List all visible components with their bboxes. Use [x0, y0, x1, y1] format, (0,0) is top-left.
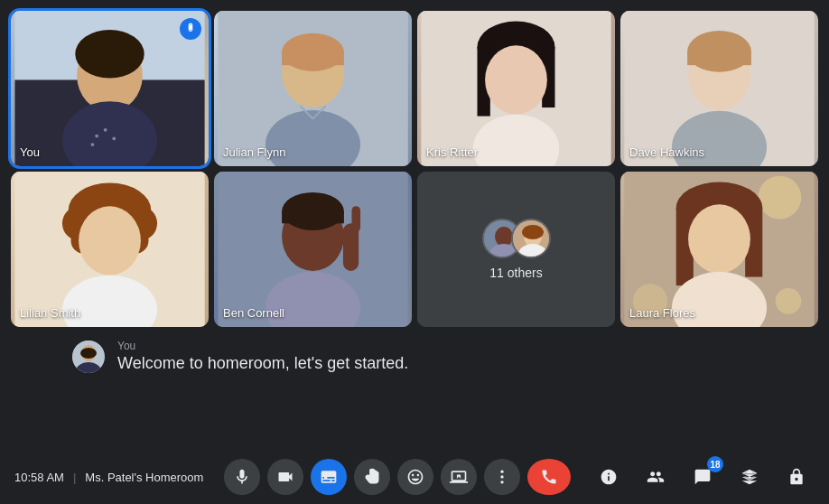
tile-kris[interactable]: Kris Ritter: [417, 11, 615, 166]
svg-point-69: [500, 475, 503, 478]
tile-julian[interactable]: Julian Flynn: [214, 11, 412, 166]
svg-point-68: [500, 471, 503, 473]
svg-point-6: [95, 135, 98, 138]
mute-indicator-you: [180, 18, 201, 40]
svg-point-9: [90, 143, 94, 146]
svg-point-48: [495, 227, 513, 247]
tile-ben[interactable]: Ben Cornell: [214, 172, 412, 327]
svg-rect-10: [190, 24, 191, 30]
bottom-bar: 10:58 AM | Ms. Patel's Homeroom: [0, 450, 829, 504]
chat-button[interactable]: 18: [685, 459, 721, 495]
mic-button[interactable]: [224, 459, 260, 495]
svg-point-7: [104, 128, 107, 132]
svg-rect-43: [282, 211, 344, 223]
chat-badge: 18: [707, 456, 723, 472]
tile-label-you: You: [20, 145, 40, 159]
captions-button[interactable]: [311, 459, 347, 495]
others-avatar-2: [511, 219, 551, 258]
message-avatar: [72, 341, 105, 373]
svg-point-56: [759, 176, 802, 219]
others-avatars: [482, 219, 551, 258]
participants-button[interactable]: [638, 459, 674, 495]
tile-label-lilian: Lilian Smith: [20, 306, 80, 320]
svg-point-66: [80, 348, 97, 359]
message-area: You Welcome to homeroom, let's get start…: [0, 334, 829, 378]
tile-label-julian: Julian Flynn: [223, 145, 285, 159]
tile-others[interactable]: 11 others: [417, 172, 615, 327]
svg-point-70: [500, 481, 503, 483]
camera-button[interactable]: [267, 459, 303, 495]
controls-center: [203, 459, 591, 495]
message-content: You Welcome to homeroom, let's get start…: [117, 340, 408, 373]
tile-lilian[interactable]: Lilian Smith: [11, 172, 209, 327]
svg-point-62: [688, 204, 750, 273]
svg-rect-45: [352, 206, 361, 232]
lock-button[interactable]: [778, 459, 815, 495]
tile-laura[interactable]: Laura Flores: [620, 172, 818, 327]
controls-right: 18: [591, 459, 815, 495]
message-sender: You: [117, 340, 408, 352]
svg-rect-15: [282, 52, 344, 65]
raise-hand-button[interactable]: [354, 459, 390, 495]
more-options-button[interactable]: [484, 459, 520, 495]
tile-label-laura: Laura Flores: [629, 306, 695, 320]
svg-point-37: [79, 206, 141, 275]
tile-you[interactable]: You: [11, 11, 209, 166]
tile-dave[interactable]: Dave Hawkins: [620, 11, 818, 166]
tile-label-ben: Ben Cornell: [223, 306, 284, 320]
svg-rect-28: [687, 51, 751, 65]
info-button[interactable]: [591, 459, 627, 495]
reactions-button[interactable]: [397, 459, 433, 495]
meeting-title: Ms. Patel's Homeroom: [85, 471, 203, 484]
svg-point-22: [485, 45, 547, 114]
svg-point-8: [112, 137, 116, 141]
tile-label-kris: Kris Ritter: [426, 145, 478, 159]
end-call-button[interactable]: [527, 459, 571, 495]
tile-label-dave: Dave Hawkins: [629, 145, 704, 159]
activities-button[interactable]: [731, 459, 768, 495]
message-text: Welcome to homeroom, let's get started.: [117, 354, 408, 373]
video-grid: You Julian Flynn: [0, 0, 829, 334]
time-display: 10:58 AM: [14, 471, 64, 484]
others-count-label: 11 others: [489, 266, 542, 280]
present-button[interactable]: [441, 459, 477, 495]
svg-point-58: [776, 288, 802, 314]
svg-point-52: [522, 225, 544, 239]
svg-point-4: [75, 30, 144, 79]
meeting-info: 10:58 AM | Ms. Patel's Homeroom: [14, 471, 203, 484]
